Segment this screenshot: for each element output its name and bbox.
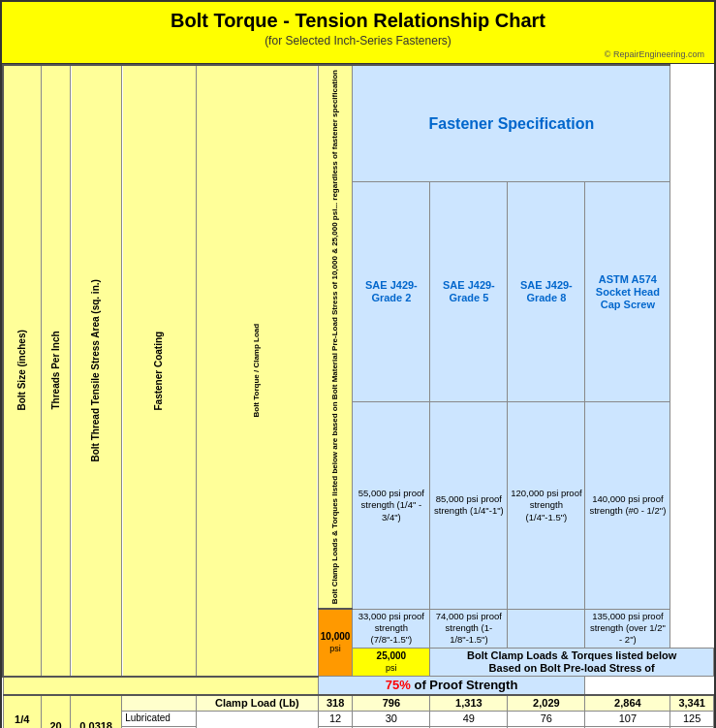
main-table: Bolt Size (inches) Threads Per Inch Bolt…	[2, 64, 714, 728]
a574-proof1: 140,000 psi proof strength (#0 - 1/2")	[585, 402, 670, 609]
main-title: Bolt Torque - Tension Relationship Chart	[6, 10, 710, 32]
torque-psi25-0-0: 30	[353, 711, 430, 726]
area-cell-0: 0.0318	[71, 695, 122, 728]
psi25-header: 25,000psi	[353, 648, 430, 676]
fastener-spec-header: Fastener Specification	[353, 65, 670, 182]
torque-grade2-0-0: 107	[585, 711, 670, 726]
grade5-header: SAE J429-Grade 5	[430, 182, 508, 402]
clamp-load-row-0: 1/4 UNC200.0318Clamp Load (Lb)3187961,31…	[3, 695, 714, 712]
sub-title: (for Selected Inch-Series Fasteners)	[6, 34, 710, 47]
bolt-clamp-loads-note: Bolt Clamp Loads & Torques listed belowB…	[430, 648, 714, 676]
torque-psi10-0-0: 12	[318, 711, 353, 726]
header-row-1: Bolt Size (inches) Threads Per Inch Bolt…	[3, 65, 714, 182]
psi10-header: 10,000psi	[318, 609, 353, 676]
table-body: 1/4 UNC200.0318Clamp Load (Lb)3187961,31…	[3, 695, 714, 728]
grade2-proof1: 55,000 psi proof strength (1/4" - 3/4")	[353, 402, 430, 609]
a574-proof2: 135,000 psi proof strength (over 1/2" - …	[585, 609, 670, 648]
grade5-proof1: 85,000 psi proof strength (1/4"-1")	[430, 402, 508, 609]
grade8-proof2	[508, 609, 585, 648]
grade5-proof2: 74,000 psi proof strength (1-1/8"-1.5")	[430, 609, 508, 648]
tpi-header: Threads Per Inch	[42, 65, 71, 677]
torque-label-0-0: Torque (in-lb)	[196, 711, 318, 728]
torque-header: Bolt Torque / Clamp Load	[196, 65, 318, 677]
title-section: Bolt Torque - Tension Relationship Chart…	[2, 2, 714, 64]
clamp-grade0-0: 1,313	[430, 695, 508, 712]
clamp-grade2-0: 2,864	[585, 695, 670, 712]
section-label-0: 1/4 UNC	[3, 695, 42, 728]
bolt-clamp-note-header: Bolt Clamp Loads & Torques listed below …	[318, 65, 353, 609]
clamp-label-0: Clamp Load (Lb)	[196, 695, 318, 712]
torque-grade0-0-0: 49	[430, 711, 508, 726]
clamp-grade1-0: 2,029	[508, 695, 585, 712]
psi10-clamp-0: 318	[318, 695, 353, 712]
grade8-header: SAE J429-Grade 8	[508, 182, 585, 402]
tpi-cell-0: 20	[42, 695, 71, 728]
header-row-6: 75% of Proof Strength	[3, 677, 714, 695]
coating-cell-0-0: Lubricated	[122, 711, 197, 726]
grade8-proof1: 120,000 psi proof strength (1/4"-1.5")	[508, 402, 585, 609]
a574-header: ASTM A574Socket HeadCap Screw	[585, 182, 670, 402]
torque-grade1-0-0: 76	[508, 711, 585, 726]
coating-header: Fastener Coating	[122, 65, 197, 677]
torque-grade3-0-0: 125	[670, 711, 714, 726]
area-header: Bolt Thread Tensile Stress Area (sq. in.…	[71, 65, 122, 677]
grade2-header: SAE J429-Grade 2	[353, 182, 430, 402]
copyright: © RepairEngineering.com	[6, 47, 710, 59]
pct-proof-value: 75% of Proof Strength	[318, 677, 585, 695]
clamp-coating-empty-0	[122, 695, 197, 712]
page-wrapper: Bolt Torque - Tension Relationship Chart…	[0, 0, 716, 728]
bolt-size-header: Bolt Size (inches)	[3, 65, 42, 677]
clamp-grade3-0: 3,341	[670, 695, 714, 712]
grade2-proof2: 33,000 psi proof strength (7/8"-1.5")	[353, 609, 430, 648]
pct-proof-label	[3, 677, 318, 695]
psi25-clamp-0: 796	[353, 695, 430, 712]
